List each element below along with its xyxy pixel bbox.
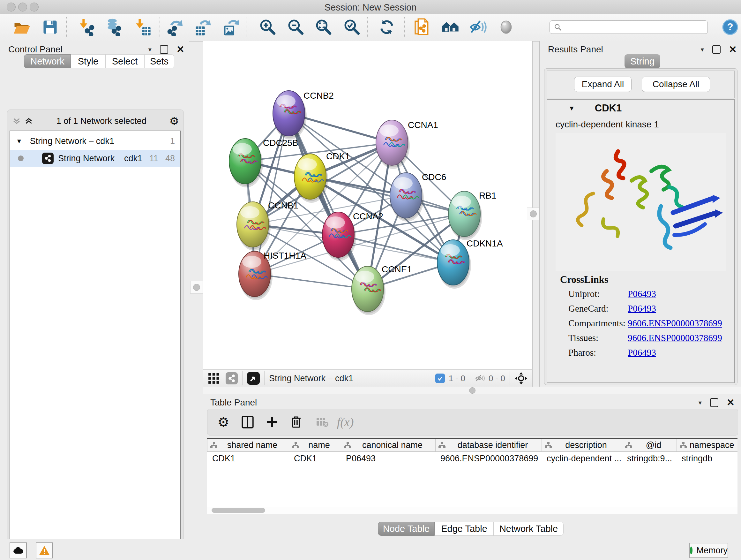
column-header--id[interactable]: @id — [622, 439, 677, 452]
panel-close-icon[interactable]: ✕ — [727, 399, 735, 407]
toolbar-separator — [367, 17, 367, 37]
table-cell[interactable]: P06493 — [341, 452, 435, 465]
open-session-icon[interactable] — [11, 16, 32, 38]
column-header-shared-name[interactable]: shared name — [207, 439, 289, 452]
table-cell[interactable]: CDK1 — [289, 452, 341, 465]
crosslink-link[interactable]: P06493 — [628, 289, 656, 299]
cloud-button[interactable] — [10, 543, 27, 558]
zoom-selected-icon[interactable] — [341, 16, 362, 38]
svg-text:CCNE1: CCNE1 — [382, 264, 412, 274]
zoom-out-icon[interactable] — [285, 16, 306, 38]
hide-glass-icon[interactable] — [468, 16, 488, 38]
table-cell[interactable]: cyclin-dependent ... — [542, 452, 622, 465]
network-share-icon[interactable] — [226, 372, 238, 384]
crosslink-link[interactable]: P06493 — [628, 348, 656, 358]
sphere-icon[interactable] — [496, 16, 516, 38]
selected-counts: 1 - 0 — [449, 374, 465, 383]
warning-icon — [39, 546, 50, 555]
network-node-CDKN1A[interactable] — [437, 240, 471, 289]
memory-button[interactable]: Memory — [689, 543, 728, 558]
network-options-gear-icon[interactable]: ⚙ — [170, 115, 179, 127]
tab-edge-table[interactable]: Edge Table — [434, 522, 494, 536]
panel-collapse-icon[interactable]: ▾ — [701, 46, 704, 53]
table-options-gear-icon[interactable]: ⚙ — [214, 409, 233, 435]
column-header-name[interactable]: name — [289, 439, 341, 452]
collapse-all-button[interactable]: Collapse All — [642, 77, 710, 92]
tab-select[interactable]: Select — [105, 54, 144, 68]
create-column-icon[interactable] — [262, 409, 281, 435]
tree-expander-icon[interactable]: ▼ — [16, 138, 22, 145]
toolbar-separator — [246, 17, 246, 37]
crosslink-link[interactable]: P06493 — [628, 303, 656, 314]
column-header-database-identifier[interactable]: database identifier — [435, 439, 542, 452]
column-header-namespace[interactable]: namespace — [677, 439, 738, 452]
network-collection-row[interactable]: ▼ String Network – cdk1 1 — [10, 132, 180, 150]
network-node-CDC6[interactable] — [390, 173, 424, 222]
pan-crosshair-icon[interactable] — [515, 372, 528, 385]
help-icon[interactable]: ? — [720, 16, 740, 38]
search-input[interactable] — [549, 20, 708, 34]
network-node-CCNB2[interactable] — [273, 91, 307, 139]
import-table-icon[interactable] — [132, 16, 152, 38]
table-cell[interactable]: stringdb:9... — [622, 452, 677, 465]
horizontal-splitter[interactable] — [203, 387, 741, 394]
svg-text:HIST1H1A: HIST1H1A — [264, 251, 307, 260]
scrollbar-thumb[interactable] — [212, 508, 265, 513]
zoom-in-icon[interactable] — [257, 16, 278, 38]
panel-float-icon[interactable] — [160, 45, 168, 54]
crosslink-link[interactable]: 9606.ENSP00000378699 — [628, 318, 722, 328]
gene-section-header[interactable]: ▼ CDK1 — [547, 100, 734, 117]
home-networks-icon[interactable] — [440, 16, 461, 38]
tab-node-table[interactable]: Node Table — [378, 522, 434, 536]
tab-string[interactable]: String — [624, 54, 660, 68]
selected-checkbox-icon[interactable] — [435, 374, 445, 383]
import-network-from-database-icon[interactable] — [103, 16, 123, 38]
expand-all-icon[interactable] — [24, 116, 33, 126]
table-cell[interactable]: CDK1 — [207, 452, 289, 465]
panel-float-icon[interactable] — [712, 45, 721, 54]
expand-all-button[interactable]: Expand All — [574, 77, 631, 92]
grid-view-icon[interactable] — [208, 372, 220, 384]
network-row[interactable]: String Network – cdk1 11 48 — [10, 150, 180, 167]
column-header-description[interactable]: description — [542, 439, 622, 452]
panel-close-icon[interactable]: ✕ — [729, 46, 737, 53]
table-cell[interactable]: stringdb — [677, 452, 738, 465]
right-splitter-handle[interactable] — [527, 207, 540, 220]
results-panel-title: Results Panel — [548, 44, 603, 55]
panel-close-icon[interactable]: ✕ — [177, 46, 185, 53]
left-splitter-handle[interactable] — [190, 281, 203, 294]
network-node-RB1[interactable] — [448, 191, 482, 240]
export-image-icon[interactable] — [221, 16, 241, 38]
hidden-items-icon[interactable] — [475, 373, 485, 384]
refresh-icon[interactable] — [377, 16, 397, 38]
export-network-icon[interactable] — [165, 16, 186, 38]
tab-network-table[interactable]: Network Table — [494, 522, 563, 536]
tab-style[interactable]: Style — [71, 54, 105, 68]
network-node-CCNB1[interactable] — [237, 202, 271, 251]
column-header-canonical-name[interactable]: canonical name — [341, 439, 435, 452]
netbar-separator — [470, 371, 470, 385]
birdseye-view-icon[interactable] — [247, 372, 260, 385]
gene-expander-icon[interactable]: ▼ — [568, 105, 575, 112]
import-network-icon[interactable] — [76, 16, 96, 38]
crosslink-link[interactable]: 9606.ENSP00000378699 — [628, 333, 722, 343]
show-columns-icon[interactable] — [238, 409, 257, 435]
panel-collapse-icon[interactable]: ▾ — [698, 399, 702, 407]
delete-columns-icon[interactable] — [286, 409, 306, 435]
string-document-icon[interactable] — [412, 16, 432, 38]
zoom-fit-icon[interactable] — [313, 16, 333, 38]
tab-network[interactable]: Network — [24, 54, 71, 68]
panel-collapse-icon[interactable]: ▾ — [148, 46, 151, 53]
collapse-all-icon[interactable] — [12, 116, 21, 126]
save-session-icon[interactable] — [40, 16, 60, 38]
network-canvas[interactable]: CCNB2CCNA1CDC25BCDK1CDC6RB1CCNB1CCNA2CDK… — [203, 41, 533, 369]
network-node-CDC25B[interactable] — [229, 138, 263, 187]
table-cell[interactable]: 9606.ENSP00000378699 — [435, 452, 542, 465]
warning-button[interactable] — [36, 543, 53, 558]
table-horizontal-scrollbar[interactable] — [207, 507, 738, 514]
crosslinks-heading: CrossLinks — [560, 274, 608, 286]
tab-sets[interactable]: Sets — [144, 54, 174, 68]
export-table-icon[interactable] — [193, 16, 213, 38]
panel-float-icon[interactable] — [710, 398, 718, 407]
network-node-CCNE1[interactable] — [352, 266, 386, 315]
